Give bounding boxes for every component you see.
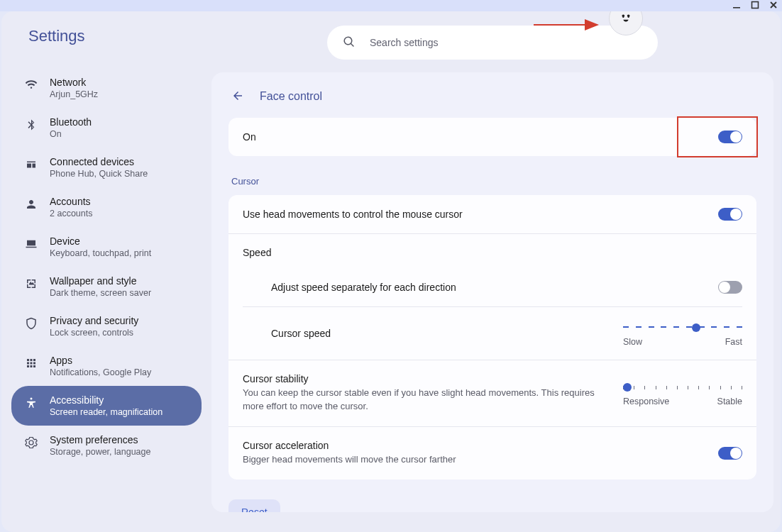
svg-rect-0 bbox=[733, 7, 740, 9]
accel-title: Cursor acceleration bbox=[243, 440, 456, 451]
on-card: On bbox=[228, 118, 756, 156]
cursor-section-label: Cursor bbox=[228, 166, 756, 195]
svg-rect-1 bbox=[752, 2, 759, 9]
stability-slider[interactable] bbox=[623, 379, 742, 394]
sidebar-item-label: Accessibility bbox=[50, 394, 163, 406]
close-button[interactable] bbox=[769, 1, 778, 11]
sidebar: Settings NetworkArjun_5GHz BluetoothOn C… bbox=[1, 11, 211, 532]
sidebar-item-bluetooth[interactable]: BluetoothOn bbox=[11, 108, 202, 148]
shield-icon bbox=[24, 316, 38, 331]
accel-desc: Bigger head movements will move the curs… bbox=[243, 453, 456, 467]
sidebar-item-system[interactable]: System preferencesStorage, power, langua… bbox=[11, 426, 202, 465]
speed-heading: Speed bbox=[243, 247, 612, 258]
account-icon bbox=[24, 197, 38, 211]
devices-icon bbox=[24, 157, 38, 172]
back-button[interactable] bbox=[231, 89, 246, 104]
reset-button[interactable]: Reset bbox=[228, 499, 280, 512]
search-icon bbox=[343, 35, 356, 50]
maximize-button[interactable] bbox=[751, 1, 759, 11]
accel-toggle[interactable] bbox=[718, 447, 742, 460]
sidebar-item-label: Privacy and security bbox=[50, 315, 138, 326]
laptop-icon bbox=[24, 237, 38, 251]
sidebar-item-privacy[interactable]: Privacy and securityLock screen, control… bbox=[11, 306, 202, 346]
accessibility-icon bbox=[24, 396, 38, 410]
sidebar-item-label: Apps bbox=[50, 355, 151, 366]
head-movement-label: Use head movements to control the mouse … bbox=[243, 209, 463, 220]
sidebar-item-label: Connected devices bbox=[50, 156, 148, 167]
wallpaper-icon bbox=[24, 277, 38, 291]
sidebar-item-label: Device bbox=[50, 235, 151, 247]
breadcrumb: Face control bbox=[228, 87, 756, 118]
sidebar-item-accessibility[interactable]: AccessibilityScreen reader, magnificatio… bbox=[11, 386, 202, 426]
minimize-button[interactable] bbox=[732, 1, 741, 11]
sidebar-item-network[interactable]: NetworkArjun_5GHz bbox=[11, 68, 202, 108]
on-toggle[interactable] bbox=[718, 131, 742, 143]
sidebar-item-label: Wallpaper and style bbox=[50, 275, 151, 287]
sidebar-item-connected-devices[interactable]: Connected devicesPhone Hub, Quick Share bbox=[11, 148, 202, 187]
sidebar-item-wallpaper[interactable]: Wallpaper and styleDark theme, screen sa… bbox=[11, 267, 202, 306]
page-title: Face control bbox=[260, 90, 322, 103]
sidebar-item-label: Network bbox=[50, 77, 98, 88]
wifi-icon bbox=[24, 78, 38, 92]
head-movement-toggle[interactable] bbox=[718, 208, 742, 221]
on-label: On bbox=[243, 131, 256, 143]
gear-icon bbox=[24, 436, 38, 450]
sidebar-item-accounts[interactable]: Accounts2 accounts bbox=[11, 187, 202, 227]
sidebar-item-apps[interactable]: AppsNotifications, Google Play bbox=[11, 346, 202, 386]
main-panel: Face control On Cursor Use head movement… bbox=[211, 11, 781, 532]
bluetooth-icon bbox=[24, 118, 38, 132]
arrow-annotation bbox=[534, 18, 605, 32]
sidebar-item-label: System preferences bbox=[50, 434, 150, 445]
search-bar[interactable] bbox=[327, 26, 658, 60]
adjust-sep-label: Adjust speed separately for each directi… bbox=[271, 282, 456, 293]
cursor-speed-slider[interactable] bbox=[623, 320, 742, 334]
app-title: Settings bbox=[11, 27, 202, 68]
stability-title: Cursor stability bbox=[243, 373, 612, 384]
adjust-sep-toggle[interactable] bbox=[718, 281, 742, 294]
sidebar-item-label: Accounts bbox=[50, 196, 92, 207]
search-input[interactable] bbox=[370, 37, 642, 48]
sidebar-item-label: Bluetooth bbox=[50, 116, 92, 128]
cursor-speed-label: Cursor speed bbox=[271, 328, 331, 339]
cursor-card: Use head movements to control the mouse … bbox=[228, 195, 756, 480]
stability-desc: You can keep the cursor stable even if y… bbox=[243, 387, 612, 414]
svg-point-2 bbox=[31, 398, 33, 400]
apps-icon bbox=[24, 356, 38, 370]
sidebar-item-device[interactable]: DeviceKeyboard, touchpad, print bbox=[11, 227, 202, 267]
